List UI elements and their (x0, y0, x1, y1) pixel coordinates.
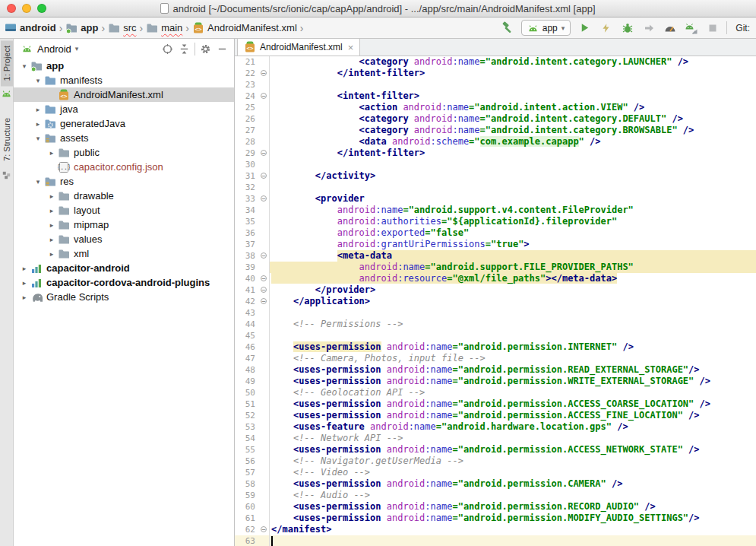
line-number[interactable]: 30 (235, 159, 260, 170)
code-line-27[interactable]: 27 <category android:name="android.inten… (235, 125, 756, 136)
collapse-all-button[interactable] (178, 43, 191, 56)
line-number[interactable]: 40 (235, 273, 260, 284)
code-line-50[interactable]: 50 <!-- Geolocation API --> (235, 387, 756, 398)
code-line-31[interactable]: 31− </activity> (235, 170, 756, 182)
line-number[interactable]: 53 (235, 421, 260, 433)
breadcrumb-item-android[interactable]: android (5, 22, 56, 33)
code-line-53[interactable]: 53 <uses-feature android:name="android.h… (235, 421, 756, 433)
breadcrumb-item-src[interactable]: src (108, 22, 136, 34)
code-line-39[interactable]: 39 android:name="android.support.FILE_PR… (235, 262, 756, 273)
expand-arrow-icon[interactable]: ▸ (47, 221, 56, 229)
tree-item-capacitor-config-json[interactable]: {..}capacitor.config.json (14, 160, 234, 174)
line-number[interactable]: 57 (235, 467, 260, 478)
line-number[interactable]: 27 (235, 125, 260, 136)
line-number[interactable]: 62 (235, 524, 260, 535)
code-line-49[interactable]: 49 <uses-permission android:name="androi… (235, 376, 756, 387)
code-line-36[interactable]: 36 android:exported="false" (235, 227, 756, 239)
locate-file-button[interactable] (161, 43, 174, 56)
code-line-54[interactable]: 54 <!-- Network API --> (235, 433, 756, 444)
line-number[interactable]: 32 (235, 182, 260, 193)
line-number[interactable]: 59 (235, 490, 260, 501)
line-number[interactable]: 52 (235, 410, 260, 421)
settings-gear-button[interactable] (199, 43, 212, 56)
code-line-58[interactable]: 58 <uses-permission android:name="androi… (235, 478, 756, 490)
code-line-24[interactable]: 24− <intent-filter> (235, 90, 756, 102)
code-line-61[interactable]: 61 <uses-permission android:name="androi… (235, 513, 756, 524)
code-area[interactable]: 21 <category android:name="android.inten… (235, 56, 756, 546)
line-number[interactable]: 38 (235, 250, 260, 262)
line-number[interactable]: 33 (235, 193, 260, 205)
code-line-62[interactable]: 62−</manifest> (235, 524, 756, 535)
tree-item-java[interactable]: ▸java (14, 102, 234, 116)
line-number[interactable]: 49 (235, 376, 260, 387)
fold-marker-icon[interactable]: − (261, 298, 267, 304)
tree-item-public[interactable]: ▸public (14, 145, 234, 160)
fold-marker-icon[interactable]: − (261, 150, 267, 156)
expand-arrow-icon[interactable]: ▸ (47, 192, 56, 200)
git-branch-widget[interactable]: Git: (734, 23, 750, 33)
code-line-22[interactable]: 22− </intent-filter> (235, 68, 756, 79)
expand-arrow-icon[interactable]: ▾ (33, 77, 43, 84)
code-line-57[interactable]: 57 <!-- Video --> (235, 467, 756, 478)
fold-marker-icon[interactable]: − (261, 287, 267, 293)
code-line-55[interactable]: 55 <uses-permission android:name="androi… (235, 444, 756, 456)
apply-changes-button[interactable] (599, 21, 613, 35)
line-number[interactable]: 45 (235, 330, 260, 341)
line-number[interactable]: 26 (235, 113, 260, 125)
line-number[interactable]: 31 (235, 170, 260, 182)
hide-panel-button[interactable] (216, 43, 229, 56)
expand-arrow-icon[interactable]: ▸ (33, 120, 43, 128)
line-number[interactable]: 42 (235, 296, 260, 307)
code-line-52[interactable]: 52 <uses-permission android:name="androi… (235, 410, 756, 421)
code-line-47[interactable]: 47 <!-- Camera, Photos, input file --> (235, 353, 756, 364)
code-line-56[interactable]: 56 <!-- Navigator.getUserMedia --> (235, 456, 756, 467)
code-line-45[interactable]: 45 (235, 330, 756, 341)
tree-item-res[interactable]: ▾res (14, 174, 234, 189)
editor-tab-androidmanifest[interactable]: <> AndroidManifest.xml × (237, 38, 360, 56)
attach-debugger-button[interactable] (641, 21, 656, 35)
code-line-59[interactable]: 59 <!-- Audio --> (235, 490, 756, 501)
fold-marker-icon[interactable]: − (261, 93, 267, 99)
fold-marker-icon[interactable]: − (261, 70, 267, 76)
code-line-29[interactable]: 29− </intent-filter> (235, 148, 756, 159)
line-number[interactable]: 39 (235, 262, 260, 273)
line-number[interactable]: 41 (235, 284, 260, 296)
tree-item-values[interactable]: ▸values (14, 232, 234, 246)
line-number[interactable]: 56 (235, 456, 260, 467)
line-number[interactable]: 61 (235, 513, 260, 524)
line-number[interactable]: 58 (235, 478, 260, 490)
code-line-63[interactable]: 63 (235, 535, 756, 546)
profile-app-button[interactable] (684, 21, 698, 35)
tree-item-manifests[interactable]: ▾manifests (14, 73, 234, 87)
tree-item-drawable[interactable]: ▸drawable (14, 189, 234, 203)
breadcrumb-item-app[interactable]: app (65, 22, 98, 34)
expand-arrow-icon[interactable]: ▸ (47, 236, 56, 243)
fold-marker-icon[interactable]: − (261, 195, 267, 202)
line-number[interactable]: 29 (235, 148, 260, 159)
tree-item-gradle-scripts[interactable]: ▸Gradle Scripts (14, 290, 234, 304)
line-number[interactable]: 50 (235, 387, 260, 398)
line-number[interactable]: 35 (235, 216, 260, 227)
expand-arrow-icon[interactable]: ▸ (47, 250, 56, 258)
chevron-down-icon[interactable]: ▾ (75, 45, 79, 52)
line-number[interactable]: 48 (235, 364, 260, 376)
run-button[interactable] (577, 21, 592, 35)
code-line-51[interactable]: 51 <uses-permission android:name="androi… (235, 398, 756, 410)
fold-marker-icon[interactable]: − (261, 252, 267, 259)
code-line-25[interactable]: 25 <action android:name="android.intent.… (235, 102, 756, 113)
code-line-37[interactable]: 37 android:grantUriPermissions="true"> (235, 239, 756, 250)
expand-arrow-icon[interactable]: ▸ (20, 294, 29, 301)
line-number[interactable]: 63 (235, 535, 260, 546)
code-line-32[interactable]: 32 (235, 182, 756, 193)
code-line-38[interactable]: 38− <meta-data (235, 250, 756, 262)
line-number[interactable]: 54 (235, 433, 260, 444)
line-number[interactable]: 28 (235, 136, 260, 148)
tree-item-androidmanifest-xml[interactable]: <>AndroidManifest.xml (14, 87, 234, 102)
line-number[interactable]: 46 (235, 341, 260, 353)
expand-arrow-icon[interactable]: ▸ (33, 106, 43, 113)
code-line-35[interactable]: 35 android:authorities="${applicationId}… (235, 216, 756, 227)
tree-item-mipmap[interactable]: ▸mipmap (14, 217, 234, 232)
tree-item-assets[interactable]: ▾assets (14, 131, 234, 145)
expand-arrow-icon[interactable]: ▸ (20, 265, 29, 272)
line-number[interactable]: 21 (235, 56, 260, 68)
